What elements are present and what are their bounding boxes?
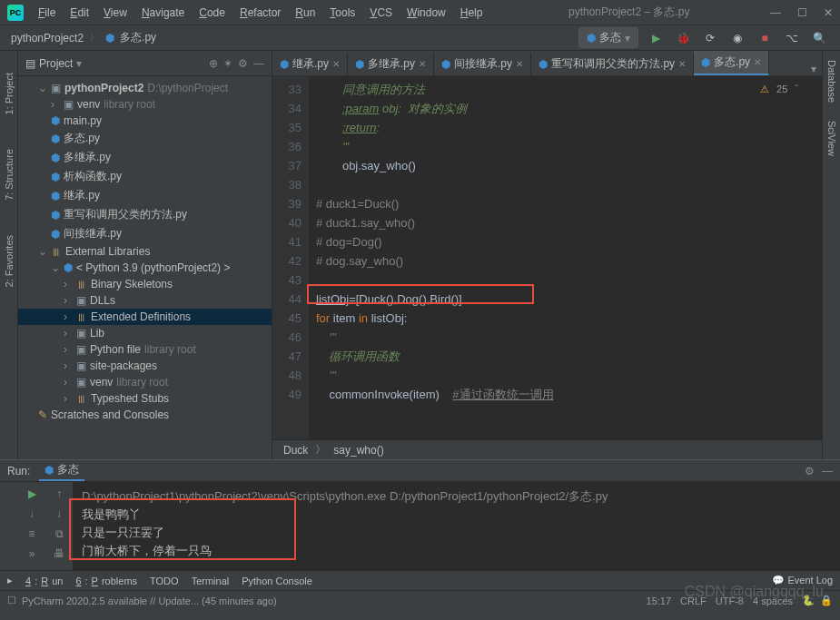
- code-line[interactable]: obj.say_who(): [316, 156, 815, 175]
- close-button[interactable]: ✕: [824, 6, 833, 19]
- locate-icon[interactable]: ⊕: [209, 57, 218, 70]
- code-breadcrumb[interactable]: Duck〉say_who(): [272, 439, 822, 459]
- close-tab-icon[interactable]: ✕: [516, 59, 523, 69]
- print-button[interactable]: 🖶: [54, 547, 64, 560]
- menu-view[interactable]: View: [98, 5, 133, 21]
- tree-item[interactable]: ›▣ DLLs: [18, 292, 272, 309]
- tree-item[interactable]: ⌄⫼ External Libraries: [18, 243, 272, 260]
- expand-icon[interactable]: ˇ: [795, 80, 798, 99]
- code-line[interactable]: ''': [316, 137, 815, 156]
- caret-position[interactable]: 15:17: [647, 595, 672, 606]
- tree-item[interactable]: ›▣ venv library root: [18, 96, 272, 113]
- stop-run-button[interactable]: ↓: [29, 507, 35, 520]
- code-line[interactable]: # dog.say_who(): [316, 251, 815, 271]
- code-editor[interactable]: 3334353637383940414243444546474849 ⚠ 25 …: [272, 76, 822, 439]
- editor-tab[interactable]: ⬢间接继承.py✕: [434, 53, 531, 75]
- maximize-button[interactable]: ☐: [797, 6, 807, 19]
- left-tab-7-structure[interactable]: 7: Structure: [2, 145, 16, 204]
- code-line[interactable]: 同意调用的方法: [316, 80, 815, 99]
- pin-button[interactable]: »: [29, 547, 35, 560]
- menu-navigate[interactable]: Navigate: [136, 5, 190, 21]
- tree-item[interactable]: ⬢ 间接继承.py: [18, 224, 272, 243]
- wrap-button[interactable]: ⧉: [55, 527, 64, 540]
- vcs-button[interactable]: ⌥: [782, 28, 802, 48]
- tree-item[interactable]: ✎ Scratches and Consoles: [18, 407, 272, 423]
- tree-item[interactable]: ›⫼ Extended Definitions: [18, 309, 272, 325]
- menu-window[interactable]: Window: [401, 5, 451, 21]
- console-output[interactable]: D:\pythonProject1\pythonProject2\venv\Sc…: [73, 482, 840, 570]
- code-line[interactable]: for item in listObj:: [316, 309, 815, 328]
- run-tab[interactable]: ⬢多态: [39, 460, 84, 481]
- stop-button[interactable]: ■: [755, 28, 775, 48]
- menu-code[interactable]: Code: [193, 5, 231, 21]
- bottom-tab-python-console[interactable]: Python Console: [242, 576, 312, 586]
- profile-button[interactable]: ◉: [727, 28, 747, 48]
- close-tab-icon[interactable]: ✕: [754, 57, 761, 67]
- minimize-button[interactable]: —: [770, 6, 781, 19]
- layout-button[interactable]: ≡: [28, 527, 35, 540]
- right-tab-sciview[interactable]: SciView: [826, 121, 837, 156]
- debug-button[interactable]: 🐞: [673, 28, 693, 48]
- tree-item[interactable]: ⬢ 析构函数.py: [18, 167, 272, 186]
- right-tab-database[interactable]: Database: [826, 60, 837, 103]
- tree-item[interactable]: ⬢ 重写和调用父类的方法.py: [18, 205, 272, 224]
- menu-tools[interactable]: Tools: [324, 5, 361, 21]
- code-line[interactable]: ''': [316, 366, 815, 385]
- editor-tab[interactable]: ⬢重写和调用父类的方法.py✕: [531, 53, 694, 75]
- breadcrumb-file[interactable]: 多态.py: [120, 30, 156, 45]
- coverage-button[interactable]: ⟳: [700, 28, 720, 48]
- bottom-tab-problems[interactable]: 6: Problems: [75, 576, 137, 586]
- bottom-tab-run[interactable]: 4: Run: [25, 576, 63, 586]
- tree-item[interactable]: ⬢ 多态.py: [18, 129, 272, 148]
- editor-tab[interactable]: ⬢继承.py✕: [272, 53, 348, 75]
- tab-dropdown-icon[interactable]: ▾: [811, 63, 816, 75]
- left-tab-2-favorites[interactable]: 2: Favorites: [2, 231, 16, 290]
- warning-icon[interactable]: ⚠: [760, 80, 769, 99]
- menu-edit[interactable]: Edit: [64, 5, 94, 21]
- close-tab-icon[interactable]: ✕: [419, 59, 426, 69]
- down-stack-button[interactable]: ↓: [56, 507, 62, 520]
- code-line[interactable]: 循环调用函数: [316, 347, 815, 366]
- menu-refactor[interactable]: Refactor: [234, 5, 286, 21]
- code-area[interactable]: ⚠ 25 ˇ 同意调用的方法 :param obj: 对象的实例 :return…: [309, 76, 822, 439]
- breadcrumb-project[interactable]: pythonProject2: [11, 32, 84, 44]
- close-tab-icon[interactable]: ✕: [678, 59, 686, 69]
- code-line[interactable]: commonInvoke(item) #通过函数统一调用: [316, 385, 815, 404]
- code-line[interactable]: # duck1=Duck(): [316, 194, 815, 213]
- project-tree[interactable]: ⌄▣ pythonProject2 D:\pythonProject›▣ ven…: [18, 76, 272, 459]
- tree-item[interactable]: ›▣ Lib: [18, 325, 272, 341]
- run-config-selector[interactable]: ⬢ 多态 ▾: [578, 27, 638, 48]
- search-everywhere-button[interactable]: 🔍: [809, 28, 829, 48]
- breadcrumb[interactable]: pythonProject2 〉 ⬢ 多态.py: [11, 30, 156, 45]
- tree-item[interactable]: ›▣ venv library root: [18, 374, 272, 390]
- code-line[interactable]: # duck1.say_who(): [316, 213, 815, 232]
- settings-icon[interactable]: ⚙: [238, 57, 248, 70]
- tree-item[interactable]: ⬢ main.py: [18, 113, 272, 129]
- left-tab-1-project[interactable]: 1: Project: [2, 69, 16, 118]
- code-line[interactable]: :return:: [316, 118, 815, 137]
- tree-item[interactable]: ›⫼ Binary Skeletons: [18, 276, 272, 292]
- rerun-button[interactable]: ▶: [28, 487, 36, 500]
- tree-item[interactable]: ›⫼ Typeshed Stubs: [18, 390, 272, 407]
- tree-item[interactable]: ⌄▣ pythonProject2 D:\pythonProject: [18, 80, 272, 96]
- bottom-tab-terminal[interactable]: Terminal: [192, 576, 230, 586]
- menu-help[interactable]: Help: [455, 5, 489, 21]
- tree-item[interactable]: ⌄⬢ < Python 3.9 (pythonProject2) >: [18, 260, 272, 276]
- collapse-icon[interactable]: ✶: [223, 57, 232, 70]
- code-line[interactable]: # dog=Dog(): [316, 232, 815, 251]
- tree-item[interactable]: ⬢ 继承.py: [18, 186, 272, 205]
- status-message[interactable]: PyCharm 2020.2.5 available // Update... …: [22, 595, 277, 606]
- close-tab-icon[interactable]: ✕: [332, 59, 340, 69]
- menu-file[interactable]: File: [33, 5, 61, 21]
- run-button[interactable]: ▶: [646, 28, 666, 48]
- editor-tab[interactable]: ⬢多继承.py✕: [348, 53, 434, 75]
- status-info-icon[interactable]: ☐: [7, 595, 16, 606]
- up-stack-button[interactable]: ↑: [56, 487, 62, 500]
- run-settings-icon[interactable]: ⚙: [805, 465, 815, 477]
- menu-vcs[interactable]: VCS: [364, 5, 398, 21]
- code-line[interactable]: ''': [316, 328, 815, 347]
- code-line[interactable]: :param obj: 对象的实例: [316, 99, 815, 118]
- tree-item[interactable]: ›▣ site-packages: [18, 358, 272, 374]
- editor-tab[interactable]: ⬢多态.py✕: [694, 51, 769, 75]
- run-hide-icon[interactable]: —: [822, 465, 833, 477]
